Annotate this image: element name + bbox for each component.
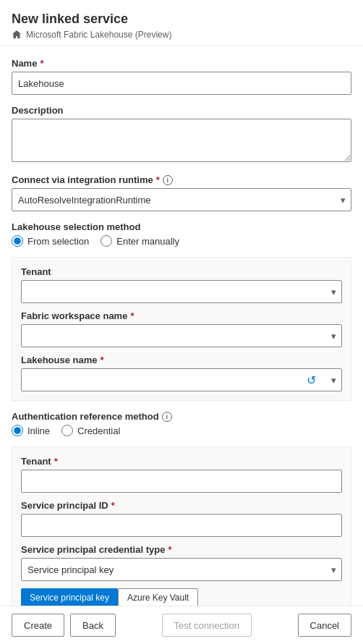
radio-enter-manually[interactable]: Enter manually — [101, 235, 179, 247]
lakehouse-name-required: * — [101, 355, 104, 365]
tab-service-principal-key[interactable]: Service principal key — [21, 588, 118, 606]
tenant-required-input[interactable] — [21, 470, 342, 493]
auth-ref-info-icon[interactable]: i — [162, 412, 172, 422]
spk-tab-group: Service principal key Azure Key Vault — [21, 588, 342, 606]
lakehouse-name-refresh-icon[interactable]: ↺ — [307, 373, 316, 387]
runtime-group: Connect via integration runtime * i Auto… — [12, 174, 351, 211]
test-connection-button[interactable]: Test connection — [162, 614, 252, 637]
workspace-required: * — [130, 310, 134, 321]
lakehouse-method-group: Lakehouse selection method From selectio… — [12, 221, 351, 247]
name-label: Name * — [12, 58, 351, 69]
runtime-required: * — [156, 174, 160, 185]
lakehouse-name-label: Lakehouse name * — [21, 355, 342, 365]
panel-subtitle: Microsoft Fabric Lakehouse (Preview) — [12, 30, 351, 40]
lakehouse-name-select[interactable] — [21, 368, 342, 391]
panel-body: Name * Description Connect via integrati… — [0, 46, 363, 606]
tenant-required-group: Tenant * — [21, 456, 342, 493]
create-button[interactable]: Create — [12, 614, 64, 637]
auth-radio-group: Inline Credential — [12, 425, 351, 436]
tenant-selection-group: Tenant ▾ — [21, 266, 342, 303]
spk-credential-type-label: Service principal credential type * — [21, 544, 342, 555]
sp-id-required: * — [111, 500, 115, 511]
runtime-select[interactable]: AutoResolveIntegrationRuntime — [12, 188, 351, 211]
description-group: Description — [12, 105, 351, 164]
service-principal-id-group: Service principal ID * — [21, 500, 342, 537]
cancel-button[interactable]: Cancel — [298, 614, 351, 637]
radio-inline[interactable]: Inline — [12, 425, 50, 436]
runtime-label: Connect via integration runtime * i — [12, 174, 351, 185]
auth-ref-label: Authentication reference method i — [12, 411, 351, 422]
lakehouse-method-label: Lakehouse selection method — [12, 221, 351, 232]
panel-header: New linked service Microsoft Fabric Lake… — [0, 0, 363, 46]
spk-credential-type-select[interactable]: Service principal key — [21, 558, 342, 581]
tab-azure-key-vault[interactable]: Azure Key Vault — [118, 588, 198, 606]
lakehouse-name-group: Lakehouse name * ▾ ↺ — [21, 355, 342, 391]
panel-footer: Create Back Test connection Cancel — [0, 606, 363, 644]
lakehouse-radio-group: From selection Enter manually — [12, 235, 351, 247]
radio-credential[interactable]: Credential — [61, 425, 120, 436]
workspace-label: Fabric workspace name * — [21, 310, 342, 321]
description-input[interactable] — [12, 119, 351, 162]
lakehouse-name-select-wrapper: ▾ ↺ — [21, 368, 342, 391]
name-group: Name * — [12, 58, 351, 95]
workspace-group: Fabric workspace name * ▾ — [21, 310, 342, 347]
back-button[interactable]: Back — [70, 614, 116, 637]
tenant-select-wrapper: ▾ — [21, 280, 342, 303]
service-principal-id-label: Service principal ID * — [21, 500, 342, 511]
tenant-required-label: Tenant * — [21, 456, 342, 467]
runtime-info-icon[interactable]: i — [163, 175, 173, 185]
new-linked-service-panel: New linked service Microsoft Fabric Lake… — [0, 0, 363, 644]
workspace-select[interactable] — [21, 324, 342, 347]
spk-cred-type-required: * — [168, 544, 171, 555]
description-label: Description — [12, 105, 351, 116]
name-input[interactable] — [12, 72, 351, 95]
house-icon — [12, 30, 22, 40]
spk-credential-type-group: Service principal credential type * Serv… — [21, 544, 342, 581]
inline-auth-section: Tenant * Service principal ID * Service … — [12, 446, 351, 606]
spk-credential-type-select-wrapper: Service principal key ▾ — [21, 558, 342, 581]
panel-title: New linked service — [12, 12, 351, 27]
auth-ref-group: Authentication reference method i Inline… — [12, 411, 351, 436]
subtitle-text: Microsoft Fabric Lakehouse (Preview) — [26, 30, 171, 40]
radio-from-selection[interactable]: From selection — [12, 235, 89, 247]
service-principal-id-input[interactable] — [21, 514, 342, 537]
selection-section: Tenant ▾ Fabric workspace name * — [12, 257, 351, 401]
runtime-select-wrapper: AutoResolveIntegrationRuntime ▾ — [12, 188, 351, 211]
workspace-select-wrapper: ▾ — [21, 324, 342, 347]
name-required: * — [40, 58, 43, 69]
tenant-req-star: * — [54, 456, 58, 467]
tenant-select[interactable] — [21, 280, 342, 303]
tenant-selection-label: Tenant — [21, 266, 342, 277]
